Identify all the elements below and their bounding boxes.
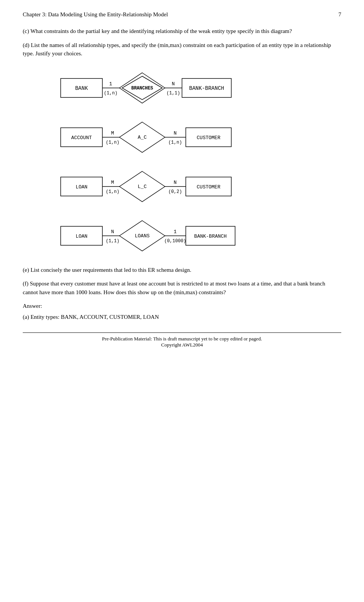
- page-header: Chapter 3: Data Modeling Using the Entit…: [23, 11, 341, 18]
- bankbranch-label-2: BANK-BRANCH: [194, 234, 227, 239]
- diagram3-svg: LOAN M (1,n) L_C N (0,2) CUSTOMER: [49, 166, 315, 207]
- cardinality-n4: N: [111, 229, 114, 235]
- cardinality-n2: N: [174, 130, 177, 136]
- diagram2-svg: ACCOUNT M (1,n) A_C N (1,n) CUSTOMER: [49, 116, 315, 158]
- diagram-3: LOAN M (1,n) L_C N (0,2) CUSTOMER: [23, 166, 341, 207]
- question-f-text: (f) Suppose that every customer must hav…: [23, 279, 341, 296]
- diagram-4: LOAN N (1,1) LOANS 1 (0,1000) BANK-BRANC…: [23, 215, 341, 257]
- question-c: (c) What constraints do the partial key …: [23, 27, 341, 36]
- question-d: (d) List the names of all relationship t…: [23, 41, 341, 58]
- loan-label-1: LOAN: [75, 184, 87, 190]
- page: Chapter 3: Data Modeling Using the Entit…: [0, 0, 364, 602]
- cardinality-right-top: N: [172, 81, 175, 87]
- cardinality-m2: M: [111, 180, 114, 185]
- loans-label: LOANS: [135, 233, 149, 239]
- minmax-customer-ac: (1,n): [168, 140, 182, 145]
- page-number: 7: [339, 11, 342, 18]
- question-e-text: (e) List concisely the user requirements…: [23, 266, 341, 274]
- diagram-1: BANK 1 (1,n) BRANCHES N (1,1): [23, 67, 341, 109]
- answer-block: Answer: (a) Entity types: BANK, ACCOUNT,…: [23, 302, 341, 321]
- question-c-text: (c) What constraints do the partial key …: [23, 27, 341, 36]
- cardinality-1-4: 1: [174, 229, 177, 235]
- diagram1-svg: BANK 1 (1,n) BRANCHES N (1,1): [49, 67, 315, 109]
- minmax-bankbranch-loans: (0,1000): [164, 238, 186, 244]
- diagram-2: ACCOUNT M (1,n) A_C N (1,n) CUSTOMER: [23, 116, 341, 158]
- footer-line1: Pre-Publication Material: This is draft …: [23, 336, 341, 342]
- ac-label: A_C: [138, 135, 147, 140]
- minmax-loan-loans: (1,1): [106, 238, 119, 244]
- minmax-account: (1,n): [106, 140, 119, 145]
- bankbranch-label: BANK-BRANCH: [189, 85, 224, 91]
- minmax-customer-lc: (0,2): [168, 189, 182, 194]
- customer-label-1: CUSTOMER: [197, 135, 221, 141]
- question-d-text: (d) List the names of all relationship t…: [23, 41, 341, 58]
- cardinality-m: M: [111, 130, 114, 136]
- chapter-title: Chapter 3: Data Modeling Using the Entit…: [23, 11, 168, 18]
- footer-line2: Copyright AWL2004: [23, 342, 341, 348]
- minmax-right: (1,1): [166, 91, 180, 96]
- customer-label-2: CUSTOMER: [197, 184, 221, 190]
- question-e: (e) List concisely the user requirements…: [23, 266, 341, 274]
- lc-label: L_C: [138, 184, 147, 190]
- er-diagrams-section: BANK 1 (1,n) BRANCHES N (1,1): [23, 67, 341, 257]
- page-footer: Pre-Publication Material: This is draft …: [23, 332, 341, 348]
- branches-label: BRANCHES: [131, 86, 153, 91]
- account-label: ACCOUNT: [71, 135, 92, 141]
- cardinality-n3: N: [174, 180, 177, 185]
- question-f: (f) Suppose that every customer must hav…: [23, 279, 341, 296]
- minmax-left: (1,n): [104, 91, 118, 96]
- minmax-loan-lc: (1,n): [106, 189, 119, 194]
- cardinality-left-top: 1: [109, 81, 112, 87]
- loan-label-2: LOAN: [75, 234, 87, 239]
- diagram4-svg: LOAN N (1,1) LOANS 1 (0,1000) BANK-BRANC…: [49, 215, 315, 257]
- bank-label: BANK: [75, 85, 88, 91]
- answer-a: (a) Entity types: BANK, ACCOUNT, CUSTOME…: [23, 313, 341, 321]
- answer-label: Answer:: [23, 302, 341, 310]
